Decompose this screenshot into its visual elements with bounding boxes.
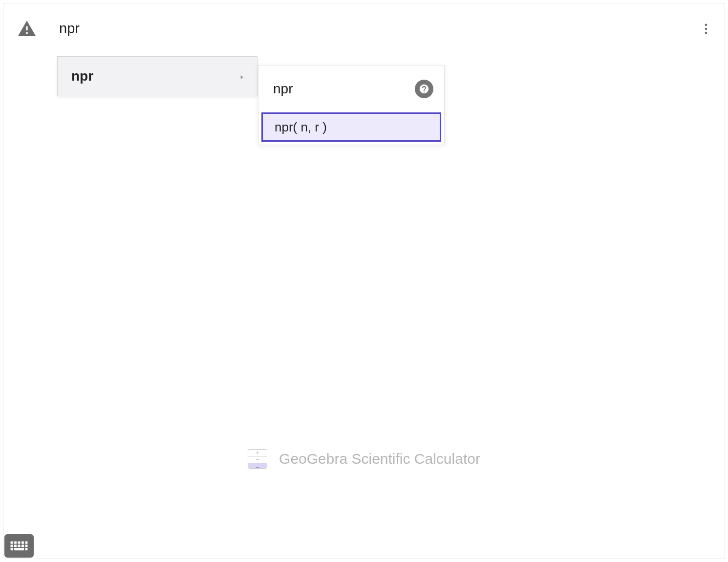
svg-rect-13	[11, 548, 13, 550]
svg-rect-7	[25, 541, 28, 544]
autocomplete-item-npr[interactable]: npr	[58, 57, 257, 96]
svg-rect-4	[14, 541, 17, 544]
svg-rect-8	[11, 545, 13, 547]
autocomplete-popup: npr	[57, 56, 257, 96]
submenu-option-label: npr( n, r )	[275, 120, 327, 135]
svg-rect-3	[11, 541, 13, 544]
warning-icon	[17, 19, 37, 39]
chevron-right-icon	[238, 68, 245, 84]
autocomplete-item-label: npr	[71, 68, 93, 84]
svg-rect-11	[21, 545, 24, 547]
calculator-icon: + − =	[248, 449, 267, 469]
submenu-header: npr	[258, 65, 444, 112]
svg-rect-15	[25, 548, 28, 550]
svg-point-0	[705, 23, 707, 26]
footer-brand-label: GeoGebra Scientific Calculator	[279, 451, 480, 467]
more-menu-button[interactable]	[696, 19, 716, 39]
svg-point-2	[705, 31, 707, 34]
submenu-option-npr-syntax[interactable]: npr( n, r )	[261, 112, 441, 142]
app-frame: npr npr npr npr( n, r ) + − = GeoGeb	[3, 3, 725, 559]
submenu-title: npr	[273, 81, 293, 97]
svg-rect-14	[14, 548, 24, 550]
svg-rect-10	[18, 545, 21, 547]
svg-rect-6	[21, 541, 24, 544]
expression-input[interactable]: npr	[59, 21, 696, 37]
svg-rect-12	[25, 545, 28, 547]
input-row: npr	[3, 3, 725, 54]
autocomplete-submenu: npr npr( n, r )	[258, 65, 445, 145]
footer-brand: + − = GeoGebra Scientific Calculator	[3, 449, 725, 469]
keyboard-toggle-button[interactable]	[4, 534, 34, 558]
svg-point-1	[705, 27, 707, 30]
svg-rect-5	[18, 541, 21, 544]
help-button[interactable]	[415, 80, 433, 98]
svg-rect-9	[14, 545, 17, 547]
